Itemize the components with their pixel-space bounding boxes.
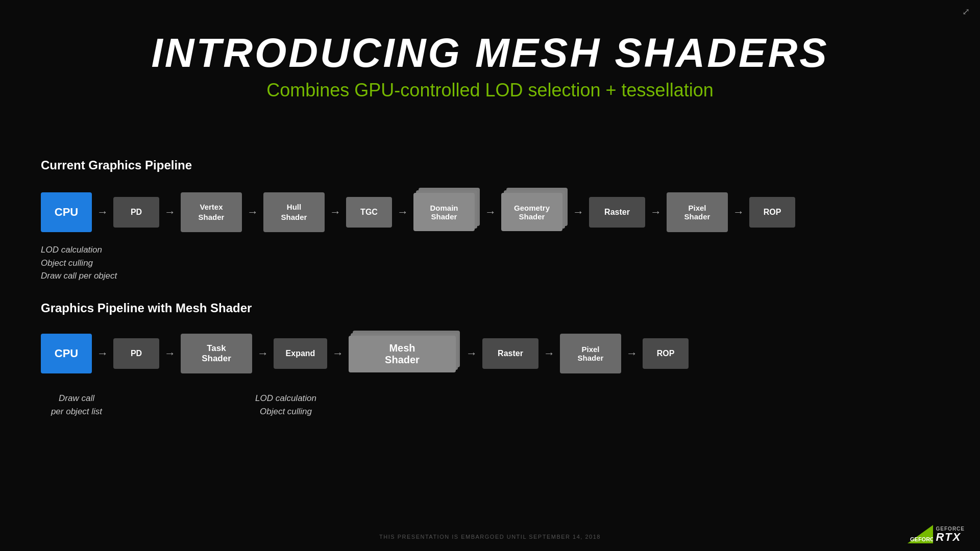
nvidia-logo: GEFORCE GEFORCE RTX [908, 525, 965, 543]
cpu-caption-mesh: Draw callper object list [41, 392, 112, 418]
pipeline-current-label: Current Graphics Pipeline [41, 158, 795, 172]
raster-node-2: Raster [482, 338, 538, 369]
tgc-node: TGC [346, 197, 392, 228]
arrow-m4: → [327, 347, 349, 360]
footer-embargo: THIS PRESENTATION IS EMBARGOED UNTIL SEP… [379, 534, 601, 540]
arrow-2: → [159, 206, 181, 219]
raster-node-1: Raster [589, 197, 645, 228]
pipeline-current-caption: LOD calculationObject cullingDraw call p… [41, 243, 143, 283]
arrow-4: → [325, 206, 346, 219]
pd-node-2: PD [113, 338, 159, 369]
svg-text:GEFORCE: GEFORCE [910, 536, 933, 542]
pixel-shader-node-1: Pixel Shader [667, 192, 728, 232]
header: INTRODUCING MESH SHADERS Combines GPU-co… [0, 0, 980, 101]
pipeline-current: Current Graphics Pipeline CPU → PD → Ver… [41, 158, 795, 283]
mesh-shader-node: Mesh Shader [349, 336, 456, 372]
arrow-m1: → [92, 347, 113, 360]
pixel-shader-node-2: Pixel Shader [560, 334, 621, 373]
task-caption-mesh: LOD calculationObject culling [240, 392, 332, 418]
pipeline-mesh-label: Graphics Pipeline with Mesh Shader [41, 301, 689, 315]
nvidia-logo-icon: GEFORCE [908, 525, 933, 543]
arrow-3: → [242, 206, 263, 219]
arrow-m2: → [159, 347, 181, 360]
subtitle: Combines GPU-controlled LOD selection + … [0, 80, 980, 101]
mesh-shader-stacked: Mesh Shader [349, 331, 461, 377]
arrow-5: → [392, 206, 413, 219]
arrow-9: → [728, 206, 749, 219]
domain-shader-stacked: Domain Shader [413, 188, 480, 236]
rop-node-1: ROP [749, 197, 795, 228]
pipeline-mesh-captions: Draw callper object list LOD calculation… [41, 384, 689, 418]
geometry-shader-node: Geometry Shader [501, 193, 562, 231]
cpu-node-1: CPU [41, 192, 92, 232]
pipeline-current-row: CPU → PD → Vertex Shader → Hull Shader →… [41, 188, 795, 236]
task-shader-node: Task Shader [181, 334, 252, 373]
arrow-m7: → [621, 347, 643, 360]
domain-shader-node: Domain Shader [413, 193, 475, 231]
fullscreen-button[interactable]: ⤢ [962, 6, 970, 17]
arrow-m5: → [461, 347, 482, 360]
pipeline-mesh-row: CPU → PD → Task Shader → Expand → Mes [41, 331, 689, 377]
arrow-m6: → [538, 347, 560, 360]
arrow-m3: → [252, 347, 274, 360]
arrow-6: → [480, 206, 501, 219]
rtx-text: RTX [936, 532, 962, 543]
hull-shader-node: Hull Shader [263, 192, 325, 232]
arrow-1: → [92, 206, 113, 219]
main-title: INTRODUCING MESH SHADERS [0, 31, 980, 76]
arrow-7: → [568, 206, 589, 219]
vertex-shader-node: Vertex Shader [181, 192, 242, 232]
cpu-node-2: CPU [41, 334, 92, 373]
arrow-8: → [645, 206, 667, 219]
rop-node-2: ROP [643, 338, 689, 369]
pd-node-1: PD [113, 197, 159, 228]
geometry-shader-stacked: Geometry Shader [501, 188, 568, 236]
pipeline-mesh: Graphics Pipeline with Mesh Shader CPU →… [41, 301, 689, 418]
expand-node: Expand [274, 338, 327, 369]
